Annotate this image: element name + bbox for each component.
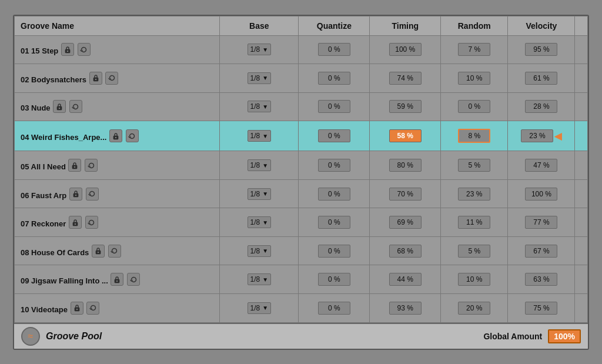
timing-value[interactable]: 58 % <box>389 129 422 142</box>
base-select[interactable]: 1/8 ▼ <box>248 101 272 112</box>
quantize-value[interactable]: 0 % <box>318 188 350 201</box>
lock-icon[interactable] <box>89 72 102 85</box>
refresh-icon[interactable] <box>86 302 99 315</box>
refresh-icon[interactable] <box>126 129 139 142</box>
quantize-value[interactable]: 0 % <box>318 302 350 315</box>
row-timing[interactable]: 100 % <box>370 35 441 64</box>
row-timing[interactable]: 44 % <box>370 265 441 294</box>
row-random[interactable]: 7 % <box>441 35 508 64</box>
row-velocity[interactable]: 95 % <box>508 35 575 64</box>
row-quantize[interactable]: 0 % <box>299 64 370 93</box>
row-quantize[interactable]: 0 % <box>299 265 370 294</box>
random-value[interactable]: 20 % <box>458 302 490 315</box>
row-base[interactable]: 1/8 ▼ <box>220 236 299 265</box>
row-base[interactable]: 1/8 ▼ <box>220 121 299 151</box>
base-select[interactable]: 1/8 ▼ <box>248 273 272 285</box>
refresh-icon[interactable] <box>85 159 98 172</box>
row-random[interactable]: 5 % <box>441 236 508 265</box>
row-random[interactable]: 10 % <box>441 265 508 294</box>
refresh-icon[interactable] <box>69 100 82 113</box>
velocity-value[interactable]: 23 % <box>521 129 553 142</box>
lock-icon[interactable] <box>71 302 83 315</box>
velocity-value[interactable]: 63 % <box>525 273 557 286</box>
lock-icon[interactable] <box>61 43 74 56</box>
timing-value[interactable]: 93 % <box>389 302 422 315</box>
timing-value[interactable]: 70 % <box>389 188 422 201</box>
timing-value[interactable]: 59 % <box>389 100 422 113</box>
velocity-value[interactable]: 75 % <box>525 302 557 315</box>
refresh-icon[interactable] <box>78 43 91 56</box>
velocity-value[interactable]: 61 % <box>525 72 557 85</box>
timing-value[interactable]: 74 % <box>389 72 422 85</box>
refresh-icon[interactable] <box>108 245 121 258</box>
quantize-value[interactable]: 0 % <box>318 245 350 258</box>
row-base[interactable]: 1/8 ▼ <box>220 208 299 237</box>
timing-value[interactable]: 44 % <box>389 273 422 286</box>
lock-icon[interactable] <box>68 159 81 172</box>
timing-value[interactable]: 68 % <box>389 245 422 258</box>
table-row[interactable]: 04 Weird Fishes_Arpe... 1/8 ▼0 %58 %8 %2… <box>15 121 588 151</box>
row-quantize[interactable]: 0 % <box>299 179 370 208</box>
row-timing[interactable]: 80 % <box>370 151 441 180</box>
global-amount-value[interactable]: 100% <box>548 329 581 343</box>
table-row[interactable]: 03 Nude 1/8 ▼0 %59 %0 %28 % <box>15 92 588 121</box>
table-row[interactable]: 08 House Of Cards 1/8 ▼0 %68 %5 %67 % <box>15 236 588 265</box>
table-row[interactable]: 06 Faust Arp 1/8 ▼0 %70 %23 %100 % <box>15 179 588 208</box>
table-row[interactable]: 05 All I Need 1/8 ▼0 %80 %5 %47 % <box>15 151 588 180</box>
lock-icon[interactable] <box>69 188 82 201</box>
row-quantize[interactable]: 0 % <box>299 208 370 237</box>
row-velocity[interactable]: 47 % <box>508 151 575 180</box>
base-select[interactable]: 1/8 ▼ <box>248 302 272 314</box>
row-quantize[interactable]: 0 % <box>299 293 370 322</box>
base-select[interactable]: 1/8 ▼ <box>248 188 272 200</box>
row-velocity[interactable]: 23 %◀ <box>508 121 575 151</box>
random-value[interactable]: 10 % <box>458 72 490 85</box>
lock-icon[interactable] <box>69 216 82 229</box>
row-quantize[interactable]: 0 % <box>299 92 370 121</box>
quantize-value[interactable]: 0 % <box>318 43 350 56</box>
row-random[interactable]: 5 % <box>441 151 508 180</box>
row-base[interactable]: 1/8 ▼ <box>220 293 299 322</box>
row-quantize[interactable]: 0 % <box>299 236 370 265</box>
table-row[interactable]: 10 Videotape 1/8 ▼0 %93 %20 %75 % <box>15 293 588 322</box>
row-velocity[interactable]: 77 % <box>508 208 575 237</box>
table-row[interactable]: 01 15 Step 1/8 ▼0 %100 %7 %95 % <box>15 35 588 64</box>
row-timing[interactable]: 74 % <box>370 64 441 93</box>
row-velocity[interactable]: 28 % <box>508 92 575 121</box>
row-velocity[interactable]: 63 % <box>508 265 575 294</box>
row-quantize[interactable]: 0 % <box>299 121 370 151</box>
base-select[interactable]: 1/8 ▼ <box>248 44 272 55</box>
row-timing[interactable]: 58 % <box>370 121 441 151</box>
base-select[interactable]: 1/8 ▼ <box>248 72 272 84</box>
random-value[interactable]: 10 % <box>458 273 490 286</box>
base-select[interactable]: 1/8 ▼ <box>248 245 272 257</box>
timing-value[interactable]: 69 % <box>389 216 422 229</box>
row-velocity[interactable]: 75 % <box>508 293 575 322</box>
quantize-value[interactable]: 0 % <box>318 129 350 142</box>
base-select[interactable]: 1/8 ▼ <box>248 130 272 142</box>
velocity-value[interactable]: 95 % <box>525 43 557 56</box>
row-velocity[interactable]: 67 % <box>508 236 575 265</box>
random-value[interactable]: 5 % <box>458 159 490 172</box>
random-value[interactable]: 11 % <box>458 216 490 229</box>
row-timing[interactable]: 59 % <box>370 92 441 121</box>
refresh-icon[interactable] <box>105 72 118 85</box>
refresh-icon[interactable] <box>127 273 140 286</box>
row-base[interactable]: 1/8 ▼ <box>220 92 299 121</box>
lock-icon[interactable] <box>111 273 123 286</box>
row-random[interactable]: 11 % <box>441 208 508 237</box>
row-random[interactable]: 23 % <box>441 179 508 208</box>
random-value[interactable]: 5 % <box>458 245 490 258</box>
row-random[interactable]: 0 % <box>441 92 508 121</box>
quantize-value[interactable]: 0 % <box>318 273 350 286</box>
row-timing[interactable]: 93 % <box>370 293 441 322</box>
row-random[interactable]: 10 % <box>441 64 508 93</box>
velocity-value[interactable]: 67 % <box>525 245 557 258</box>
groove-pool-icon[interactable]: ≈ <box>21 327 40 346</box>
velocity-value[interactable]: 77 % <box>525 216 557 229</box>
velocity-value[interactable]: 28 % <box>525 100 557 113</box>
row-random[interactable]: 20 % <box>441 293 508 322</box>
random-value[interactable]: 23 % <box>458 188 490 201</box>
row-timing[interactable]: 69 % <box>370 208 441 237</box>
quantize-value[interactable]: 0 % <box>318 72 350 85</box>
